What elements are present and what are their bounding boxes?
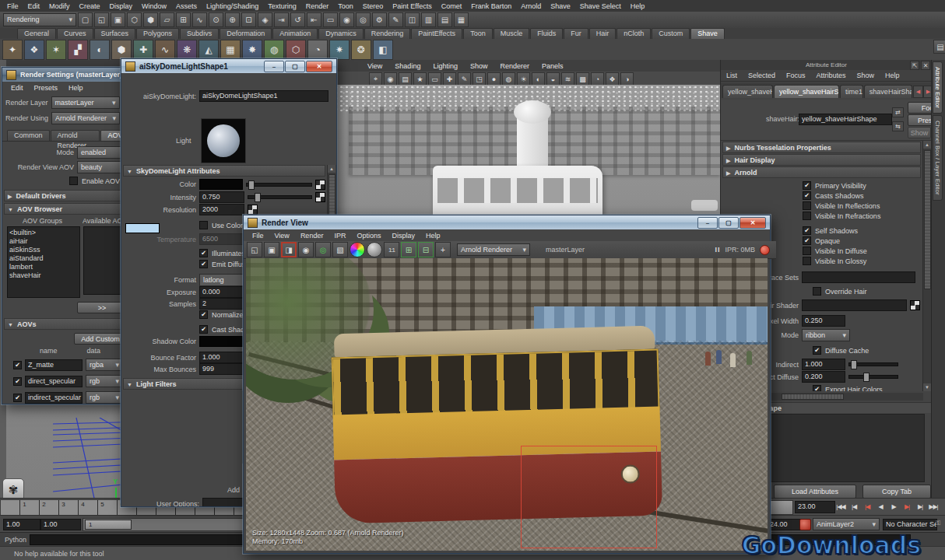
isolate-select-icon[interactable]: ❖ xyxy=(606,72,619,86)
set-key-icon[interactable]: ⚿ xyxy=(933,519,943,528)
ae-node-tab[interactable]: yellow_shaveHair xyxy=(722,85,773,98)
menu-item[interactable]: Assets xyxy=(171,2,202,10)
rv-menu-item[interactable]: File xyxy=(247,232,269,240)
aov-group-item[interactable]: lambert xyxy=(9,263,78,271)
aov-enabled-checkbox[interactable] xyxy=(13,394,22,402)
textured-icon[interactable]: ◍ xyxy=(502,72,515,86)
color-swatch[interactable] xyxy=(199,179,243,190)
indirect-diffuse-slider[interactable] xyxy=(848,375,898,379)
shelf-tab[interactable]: Rendering xyxy=(364,28,411,39)
aov-browser-section[interactable]: AOV Browser xyxy=(4,203,132,215)
swap-input-icon[interactable]: ⇄ xyxy=(892,107,904,117)
exposure-icon[interactable]: ◑ xyxy=(620,72,634,86)
mode-dropdown[interactable]: ribbon xyxy=(802,329,850,341)
override-hair-checkbox[interactable]: Override Hair xyxy=(813,287,867,296)
skydome-titlebar[interactable]: aiSkyDomeLightShape1 xyxy=(121,59,336,73)
remove-image-icon[interactable]: ⊟ xyxy=(418,242,434,257)
range-slider-handle[interactable]: 1 xyxy=(85,520,132,530)
rs-menu-item[interactable]: Edit xyxy=(5,84,29,92)
checkbox-box[interactable] xyxy=(813,385,821,391)
light-preview-tile[interactable] xyxy=(201,118,246,163)
add-custom-button[interactable]: Add Custom xyxy=(74,333,127,345)
texture-map-icon[interactable] xyxy=(315,192,325,202)
multisample-icon[interactable]: ▩ xyxy=(576,72,589,86)
texture-map-icon[interactable] xyxy=(315,180,325,190)
shelf-tab[interactable]: Toon xyxy=(463,28,493,39)
normalize-checkbox[interactable]: Normalize xyxy=(199,310,244,319)
viewport-menu-item[interactable]: Show xyxy=(470,62,488,70)
render-settings-titlebar[interactable]: Render Settings (masterLayer) xyxy=(2,68,133,82)
ae-node-tab[interactable]: time1 xyxy=(840,85,863,98)
samples-field[interactable]: 2 xyxy=(199,298,244,310)
one-to-one-icon[interactable]: 1:1 xyxy=(384,242,399,257)
shelf-tab[interactable]: Custom xyxy=(652,28,690,39)
ae-menu-item[interactable]: Selected xyxy=(743,72,781,79)
checkbox-box[interactable] xyxy=(199,260,208,268)
rgb-channels-icon[interactable] xyxy=(350,242,365,257)
ae-section-header[interactable]: Hair Display xyxy=(722,154,921,166)
shelf-tool-6-icon[interactable]: ⬢ xyxy=(111,40,132,60)
render-using-dropdown[interactable]: Arnold Renderer xyxy=(51,112,120,124)
intensity-field[interactable]: 0.750 xyxy=(199,191,244,203)
pause-ipr-icon[interactable]: II xyxy=(715,246,720,254)
color-slider[interactable] xyxy=(246,183,312,187)
menu-item[interactable]: Frank Barton xyxy=(466,2,516,10)
xray-icon[interactable]: ◔ xyxy=(591,72,604,86)
screen-ao-icon[interactable]: ◒ xyxy=(546,72,560,86)
aov-data-dropdown[interactable]: rgba xyxy=(86,359,123,371)
snap-to-view-plane-icon[interactable]: ⊡ xyxy=(241,12,256,27)
checkbox-box[interactable] xyxy=(813,287,821,296)
shelf-tool-16-icon[interactable]: ✷ xyxy=(329,40,350,60)
shelf-tool-14-icon[interactable]: ⬡ xyxy=(286,40,306,60)
rendered-image[interactable]: Size: 1280x1448 Zoom: 0.687 (Arnold Rend… xyxy=(246,258,768,551)
rs-menu-item[interactable]: Help xyxy=(63,84,89,92)
ipr-render-icon[interactable]: ◎ xyxy=(315,242,331,257)
hypershade-icon[interactable]: ◫ xyxy=(405,12,420,27)
scrollbar-thumb[interactable] xyxy=(782,394,844,400)
menu-item[interactable]: Create xyxy=(75,2,105,10)
menu-item[interactable]: Window xyxy=(137,2,171,10)
camera-attributes-icon[interactable]: ▤ xyxy=(399,72,412,86)
shelf-tool-17-icon[interactable]: ❂ xyxy=(351,40,371,60)
output-connections-icon[interactable]: ⇤ xyxy=(307,12,321,27)
ae-node-tab[interactable]: yellow_shaveHairShape xyxy=(774,85,839,98)
shelf-tab[interactable]: Hair xyxy=(589,28,617,39)
aov-data-dropdown[interactable]: rgb xyxy=(86,391,123,404)
render-current-frame-icon[interactable]: ◉ xyxy=(339,12,354,27)
shelf-tool-3-icon[interactable]: ✶ xyxy=(46,40,66,60)
shelf-tab[interactable]: nCloth xyxy=(617,28,651,39)
aov-groups-list[interactable]: <builtin>aiHairaiSkinSssaiStandardlamber… xyxy=(7,226,80,298)
checkbox-box[interactable] xyxy=(199,325,208,334)
temperature-field[interactable]: 6500 xyxy=(199,233,244,245)
step-back-key-icon[interactable]: |◀ xyxy=(861,500,873,513)
minimize-icon[interactable] xyxy=(697,217,718,229)
menu-set-selector[interactable]: Rendering xyxy=(3,13,76,26)
minimize-icon[interactable] xyxy=(264,61,284,72)
checkbox-box[interactable] xyxy=(199,310,208,319)
new-scene-icon[interactable]: ▢ xyxy=(78,12,93,27)
presets-button[interactable]: Presets* xyxy=(908,114,932,126)
two-d-pan-zoom-icon[interactable]: ✚ xyxy=(443,72,456,86)
render-settings-icon[interactable]: ⚙ xyxy=(372,12,387,27)
shelf-tool-4-icon[interactable]: ▞ xyxy=(68,40,88,60)
construction-history-icon[interactable]: ↺ xyxy=(290,12,305,27)
bounce-factor-field[interactable]: 1.000 xyxy=(199,352,244,363)
shelf-tab[interactable]: Dynamics xyxy=(318,28,364,39)
ae-checkbox[interactable]: Self Shadows xyxy=(803,226,932,235)
ae-menu-item[interactable]: List xyxy=(721,72,743,79)
transfer-aov-button[interactable]: >> xyxy=(77,302,127,313)
resolution-field[interactable]: 2000 xyxy=(199,204,244,215)
maximize-icon[interactable] xyxy=(718,217,739,229)
aov-group-item[interactable]: <builtin> xyxy=(9,229,78,237)
aov-data-dropdown[interactable]: rgb xyxy=(86,375,123,387)
use-all-lights-icon[interactable]: ☀ xyxy=(517,72,530,86)
shelf-tool-18-icon[interactable]: ◧ xyxy=(373,40,393,60)
render-view-titlebar[interactable]: Render View xyxy=(244,215,770,229)
snap-to-curve-icon[interactable]: ∿ xyxy=(192,12,207,27)
shelf-tab[interactable]: Subdivs xyxy=(180,28,219,39)
rv-menu-item[interactable]: Options xyxy=(351,232,386,240)
ae-menu-item[interactable]: Help xyxy=(880,72,905,79)
diffuse-cache-checkbox[interactable]: Diffuse Cache xyxy=(813,346,869,355)
shelf-tab[interactable]: Polygons xyxy=(136,28,179,39)
menu-item[interactable]: Render xyxy=(301,2,334,10)
